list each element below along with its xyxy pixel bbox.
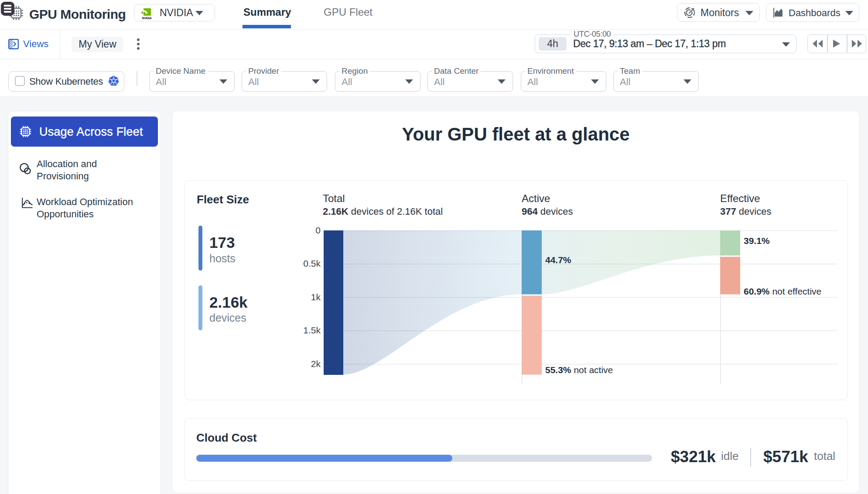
svg-text:NVIDIA: NVIDIA	[142, 17, 152, 20]
